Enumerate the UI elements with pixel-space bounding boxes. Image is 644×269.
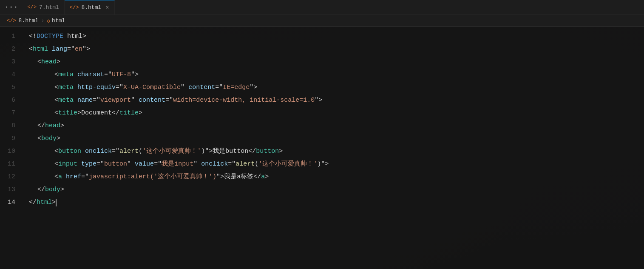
line-num-12: 12 [0,171,19,183]
tab-bar: ··· </> 7.html </> 8.html × [0,0,644,15]
line-num-13: 13 [0,183,19,196]
breadcrumb-file[interactable]: 8.html [19,17,39,24]
code-line-9: <body> [26,132,644,145]
line-num-5: 5 [0,81,19,94]
line-numbers: 1 2 3 4 5 6 7 8 9 10 11 12 13 14 [0,27,26,269]
tab-8html[interactable]: </> 8.html × [65,0,115,14]
code-editor[interactable]: 1 2 3 4 5 6 7 8 9 10 11 12 13 14 <!DOCTY… [0,27,644,269]
line-num-3: 3 [0,56,19,69]
breadcrumb-bar: </> 8.html › ◇ html [0,15,644,27]
line-num-4: 4 [0,69,19,81]
line-num-6: 6 [0,94,19,107]
tab-7-label: 7.html [39,4,59,11]
line-num-8: 8 [0,120,19,132]
code-line-6: <meta name="viewport" content="width=dev… [26,94,644,107]
html-file-icon: </> [27,4,37,10]
breadcrumb-separator: › [41,17,44,24]
code-line-2: <html lang="en"> [26,43,644,56]
tab-7html[interactable]: </> 7.html [22,0,64,14]
line-num-11: 11 [0,158,19,171]
code-line-13: </body> [26,183,644,196]
line-num-2: 2 [0,43,19,56]
code-line-3: <head> [26,56,644,69]
breadcrumb-file-icon: </> [7,18,16,24]
code-line-14: </html> [26,196,644,209]
html-file-icon-active: </> [70,5,79,11]
code-line-1: <!DOCTYPE html> [26,30,644,43]
code-line-8: </head> [26,120,644,132]
code-line-7: <title>Document</title> [26,107,644,120]
line-num-9: 9 [0,132,19,145]
code-line-12: <a href="javascript:alert('这个小可爱真帅！')">我… [26,171,644,183]
tab-close-button[interactable]: × [105,4,109,11]
code-line-5: <meta http-equiv="X-UA-Compatible" conte… [26,81,644,94]
breadcrumb-element[interactable]: ◇ html [47,17,65,24]
code-line-4: <meta charset="UTF-8"> [26,69,644,81]
line-num-14: 14 [0,196,19,209]
line-num-10: 10 [0,145,19,158]
tab-more-button[interactable]: ··· [0,0,22,14]
breadcrumb-element-icon: ◇ [47,17,50,24]
line-num-7: 7 [0,107,19,120]
code-line-10: <button onclick="alert('这个小可爱真帅！')">我是bu… [26,145,644,158]
line-num-1: 1 [0,30,19,43]
tab-8-label: 8.html [81,4,101,11]
code-content[interactable]: <!DOCTYPE html> <html lang="en"> <head> … [26,27,644,269]
code-line-11: <input type="button" value="我是input" onc… [26,158,644,171]
